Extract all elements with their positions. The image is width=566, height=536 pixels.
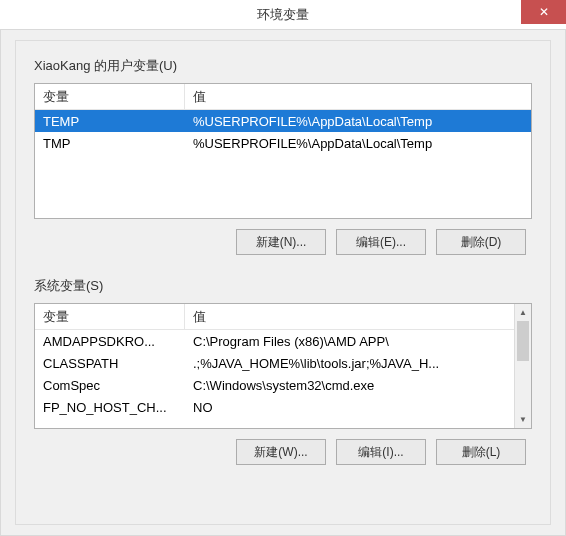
scrollbar[interactable]: ▲ ▼: [514, 304, 531, 428]
cell-value: C:\Program Files (x86)\AMD APP\: [185, 334, 514, 349]
table-row[interactable]: TEMP%USERPROFILE%\AppData\Local\Temp: [35, 110, 531, 132]
user-new-button[interactable]: 新建(N)...: [236, 229, 326, 255]
table-row[interactable]: AMDAPPSDKRO...C:\Program Files (x86)\AMD…: [35, 330, 514, 352]
system-variables-label: 系统变量(S): [34, 277, 532, 295]
cell-name: TEMP: [35, 114, 185, 129]
cell-value: .;%JAVA_HOME%\lib\tools.jar;%JAVA_H...: [185, 356, 514, 371]
system-edit-button[interactable]: 编辑(I)...: [336, 439, 426, 465]
cell-value: %USERPROFILE%\AppData\Local\Temp: [185, 114, 531, 129]
list-header: 变量 值: [35, 84, 531, 110]
cell-name: AMDAPPSDKRO...: [35, 334, 185, 349]
cell-name: CLASSPATH: [35, 356, 185, 371]
system-variables-group: 系统变量(S) 变量 值 AMDAPPSDKRO...C:\Program Fi…: [34, 277, 532, 465]
cell-name: ComSpec: [35, 378, 185, 393]
titlebar: 环境变量 ✕: [0, 0, 566, 30]
scroll-up-icon[interactable]: ▲: [515, 304, 531, 321]
list-header: 变量 值: [35, 304, 531, 330]
user-delete-button[interactable]: 删除(D): [436, 229, 526, 255]
cell-value: NO: [185, 400, 514, 415]
col-header-name[interactable]: 变量: [35, 84, 185, 109]
user-variables-group: XiaoKang 的用户变量(U) 变量 值 TEMP%USERPROFILE%…: [34, 57, 532, 255]
scroll-track[interactable]: [515, 321, 531, 411]
cell-value: C:\Windows\system32\cmd.exe: [185, 378, 514, 393]
user-variables-list[interactable]: 变量 值 TEMP%USERPROFILE%\AppData\Local\Tem…: [34, 83, 532, 219]
user-edit-button[interactable]: 编辑(E)...: [336, 229, 426, 255]
table-row[interactable]: CLASSPATH.;%JAVA_HOME%\lib\tools.jar;%JA…: [35, 352, 514, 374]
scroll-thumb[interactable]: [517, 321, 529, 361]
system-new-button[interactable]: 新建(W)...: [236, 439, 326, 465]
window-title: 环境变量: [0, 6, 566, 24]
system-variables-list[interactable]: 变量 值 AMDAPPSDKRO...C:\Program Files (x86…: [34, 303, 532, 429]
cell-value: %USERPROFILE%\AppData\Local\Temp: [185, 136, 531, 151]
user-buttons-row: 新建(N)... 编辑(E)... 删除(D): [34, 229, 532, 255]
col-header-value[interactable]: 值: [185, 304, 531, 329]
cell-name: TMP: [35, 136, 185, 151]
inner-panel: XiaoKang 的用户变量(U) 变量 值 TEMP%USERPROFILE%…: [15, 40, 551, 525]
system-delete-button[interactable]: 删除(L): [436, 439, 526, 465]
scroll-down-icon[interactable]: ▼: [515, 411, 531, 428]
table-row[interactable]: FP_NO_HOST_CH...NO: [35, 396, 514, 418]
col-header-value[interactable]: 值: [185, 84, 531, 109]
close-button[interactable]: ✕: [521, 0, 566, 24]
table-row[interactable]: TMP%USERPROFILE%\AppData\Local\Temp: [35, 132, 531, 154]
dialog-body: XiaoKang 的用户变量(U) 变量 值 TEMP%USERPROFILE%…: [0, 30, 566, 536]
user-variables-label: XiaoKang 的用户变量(U): [34, 57, 532, 75]
table-row[interactable]: ComSpecC:\Windows\system32\cmd.exe: [35, 374, 514, 396]
system-buttons-row: 新建(W)... 编辑(I)... 删除(L): [34, 439, 532, 465]
close-icon: ✕: [539, 5, 549, 19]
col-header-name[interactable]: 变量: [35, 304, 185, 329]
cell-name: FP_NO_HOST_CH...: [35, 400, 185, 415]
